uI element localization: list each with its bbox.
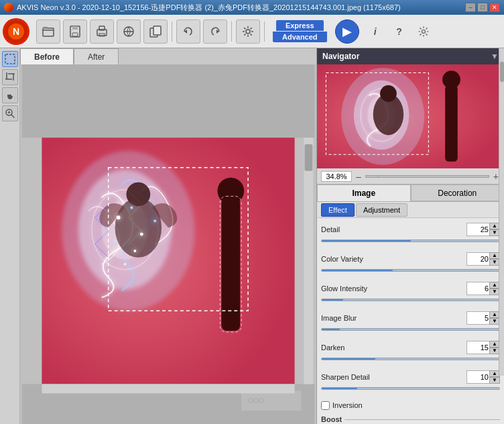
zoom-out-button[interactable]: – — [355, 171, 363, 182]
share-button[interactable] — [117, 19, 141, 44]
detail-slider-row — [321, 240, 500, 248]
minimize-button[interactable]: – — [465, 3, 476, 12]
glow-intensity-slider[interactable] — [321, 299, 500, 301]
help-button[interactable]: ? — [390, 22, 409, 41]
right-panel: Navigator ▼ — [316, 48, 504, 424]
image-blur-slider-row — [321, 328, 500, 336]
toolbar: N Express Advanced ▶ i ? — [0, 15, 504, 48]
detail-label: Detail — [321, 225, 466, 233]
svg-point-61 — [442, 70, 460, 89]
detail-spinner[interactable]: ▲ ▼ — [466, 223, 500, 236]
svg-text:⬡⬡⬡: ⬡⬡⬡ — [248, 397, 264, 404]
color-variety-row: Color Variety ▲ ▼ — [321, 250, 500, 268]
color-variety-spinner[interactable]: ▲ ▼ — [466, 252, 500, 266]
svg-rect-51 — [304, 144, 312, 171]
image-blur-label: Image Blur — [321, 314, 466, 322]
darken-row: Darken ▲ ▼ — [321, 339, 500, 356]
before-tab[interactable]: Before — [20, 48, 74, 64]
express-mode-button[interactable]: Express — [276, 20, 324, 31]
subtab-adjustment[interactable]: Adjustment — [356, 203, 407, 217]
canvas-image: ⬡⬡⬡ — [20, 64, 316, 424]
save-button[interactable] — [63, 19, 87, 44]
inversion-checkbox[interactable] — [321, 401, 330, 410]
sharpen-detail-slider[interactable] — [321, 387, 500, 390]
toolbar-separator-2 — [231, 21, 232, 42]
svg-point-41 — [117, 215, 121, 219]
app-logo — [4, 3, 13, 12]
open-button[interactable] — [36, 19, 60, 44]
tab-decoration[interactable]: Decoration — [411, 184, 505, 201]
close-button[interactable]: ✕ — [489, 3, 500, 12]
info-button[interactable]: i — [366, 22, 385, 41]
darken-slider[interactable] — [321, 358, 500, 360]
app-logo-toolbar: N — [3, 18, 29, 45]
navigator-preview — [317, 64, 504, 168]
main-area: Before After — [0, 48, 504, 424]
svg-rect-3 — [43, 28, 54, 36]
after-tab[interactable]: After — [74, 48, 119, 64]
redo-button[interactable] — [203, 19, 227, 44]
undo-button[interactable] — [176, 19, 200, 44]
boost-title: Boost — [321, 415, 342, 423]
glow-intensity-row: Glow Intensity ▲ ▼ — [321, 280, 500, 297]
toolbar-separator-3 — [264, 21, 265, 42]
glow-intensity-spinner[interactable]: ▲ ▼ — [466, 282, 500, 295]
svg-point-45 — [133, 250, 136, 252]
settings-button[interactable] — [236, 19, 260, 44]
svg-rect-6 — [72, 26, 78, 30]
svg-rect-60 — [445, 85, 458, 162]
zoom-tool[interactable] — [2, 105, 18, 121]
zoom-slider[interactable] — [365, 175, 489, 178]
mode-selector: Express Advanced — [273, 20, 327, 42]
canvas-tabs: Before After — [20, 48, 316, 64]
run-button[interactable]: ▶ — [335, 19, 359, 44]
color-variety-label: Color Variety — [321, 255, 466, 263]
svg-rect-52 — [42, 384, 294, 393]
preferences-button[interactable] — [414, 22, 433, 41]
zoom-bar: 34.8% – + — [317, 168, 504, 184]
settings-panel[interactable]: Detail ▲ ▼ Color Variety — [317, 218, 504, 424]
color-variety-slider[interactable] — [321, 269, 500, 272]
darken-spinner[interactable]: ▲ ▼ — [466, 341, 500, 354]
svg-point-59 — [380, 85, 397, 102]
crop-tool[interactable] — [2, 69, 18, 85]
svg-point-47 — [124, 263, 126, 265]
darken-label: Darken — [321, 343, 466, 352]
sharpen-detail-spinner[interactable]: ▲ ▼ — [466, 370, 500, 384]
selection-tool[interactable] — [2, 51, 18, 67]
navigator-expand[interactable]: ▼ — [491, 52, 499, 61]
copy-button[interactable] — [143, 19, 168, 44]
darken-slider-fill — [322, 358, 375, 360]
tab-image[interactable]: Image — [317, 184, 411, 201]
canvas-content[interactable]: ⬡⬡⬡ — [20, 64, 316, 424]
right-panel-scrollbar[interactable] — [499, 48, 504, 376]
inversion-label[interactable]: Inversion — [332, 401, 363, 409]
sharpen-detail-row: Sharpen Detail ▲ ▼ — [321, 368, 500, 386]
boost-divider: Boost — [321, 414, 500, 424]
print-button[interactable] — [90, 19, 114, 44]
color-variety-slider-fill — [322, 270, 393, 271]
svg-rect-14 — [153, 26, 161, 35]
detail-slider[interactable] — [321, 240, 500, 242]
advanced-mode-button[interactable]: Advanced — [273, 32, 327, 42]
sub-tabs: Effect Adjustment — [317, 202, 504, 218]
svg-point-43 — [140, 233, 143, 236]
maximize-button[interactable]: □ — [477, 3, 488, 12]
image-blur-slider[interactable] — [321, 328, 500, 331]
panel-tabs: Image Decoration — [317, 184, 504, 202]
image-blur-slider-fill — [322, 329, 340, 330]
svg-point-42 — [130, 206, 133, 209]
svg-rect-19 — [5, 54, 15, 64]
subtab-effect[interactable]: Effect — [321, 203, 355, 217]
svg-rect-7 — [72, 33, 78, 36]
detail-slider-fill — [322, 240, 411, 242]
svg-line-25 — [11, 115, 15, 118]
svg-rect-4 — [43, 27, 48, 29]
zoom-value[interactable]: 34.8% — [321, 171, 352, 182]
hand-tool[interactable] — [2, 87, 18, 103]
image-blur-spinner[interactable]: ▲ ▼ — [466, 311, 500, 325]
navigator-art — [317, 64, 504, 168]
svg-point-36 — [126, 182, 150, 207]
svg-rect-28 — [22, 64, 315, 138]
sharpen-detail-down[interactable]: ▼ — [489, 377, 500, 384]
